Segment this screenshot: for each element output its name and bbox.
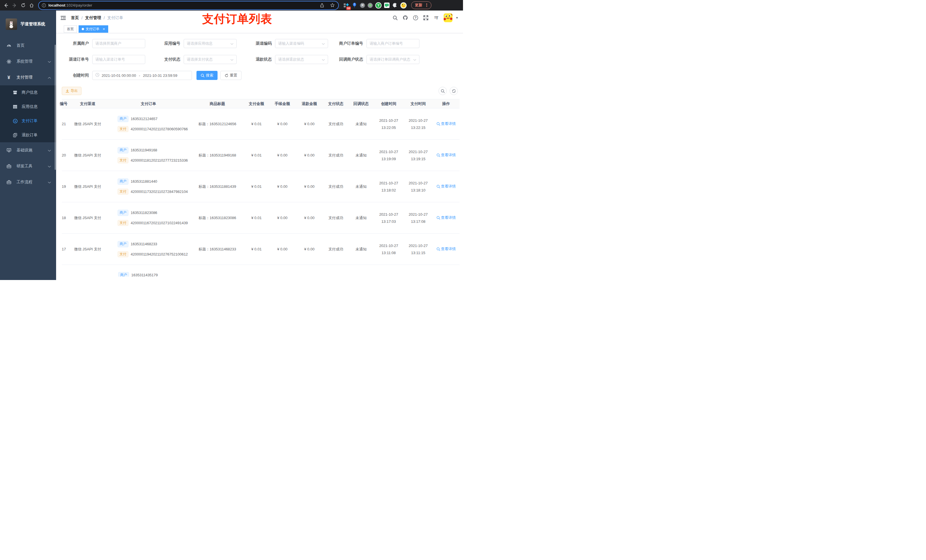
export-button[interactable]: 导出	[62, 87, 82, 95]
search-icon[interactable]	[392, 15, 398, 21]
pay-status-select[interactable]: 请选择支付状态	[184, 55, 237, 64]
breadcrumb-pay-mgmt[interactable]: 支付管理	[85, 15, 101, 21]
sidebar: 芋道管理系统 首页 系统管理 ¥ 支付管理	[0, 11, 56, 280]
app-select[interactable]: 请选择应用信息	[184, 39, 237, 48]
extensions-puzzle-icon[interactable]	[392, 3, 398, 8]
sidebar-scrollbar[interactable]	[54, 45, 56, 170]
sidebar-group-dev-tools[interactable]: 研发工具	[0, 158, 56, 174]
cell-create-time: 2021-10-27 13:11:08	[374, 244, 404, 255]
page-topbar: 首页 / 支付管理 / 支付订单 支付订单列表 ?	[56, 11, 463, 25]
tab-pay-order[interactable]: 支付订单 ✕	[79, 25, 108, 33]
reset-button[interactable]: 重置	[220, 71, 242, 80]
help-icon[interactable]: ?	[413, 15, 418, 21]
close-tab-icon[interactable]: ✕	[103, 27, 105, 31]
table-row-partial: 商户 1635311435179	[62, 265, 460, 276]
cell-order-id: 19	[62, 184, 69, 189]
browser-update-button[interactable]: 更新 ⋮	[411, 2, 431, 9]
extension-command-icon[interactable]: ⌘	[360, 3, 365, 8]
merchant-order-no: 1635311949168	[131, 148, 157, 152]
cell-notify-status: 未通知	[349, 184, 374, 189]
share-icon[interactable]	[319, 2, 325, 9]
github-icon[interactable]	[402, 15, 408, 21]
cell-pay-amount: ¥ 0.01	[244, 247, 269, 251]
view-detail-link[interactable]: 查看详情	[437, 215, 456, 220]
sidebar-item-label: 应用信息	[22, 104, 38, 109]
extension-dot-icon[interactable]	[368, 3, 373, 8]
app-logo-row[interactable]: 芋道管理系统	[0, 11, 56, 38]
channel-code-select[interactable]: 请输入渠道编码	[275, 39, 328, 48]
cell-pay-amount: ¥ 0.01	[244, 153, 269, 157]
cell-pay-order: 商户 1635311823086 支付 42000011672021102710…	[106, 210, 191, 226]
bookmark-star-icon[interactable]	[329, 2, 336, 9]
gear-icon	[6, 59, 11, 64]
refund-status-select[interactable]: 请选择退款状态	[275, 55, 328, 64]
sidebar-group-payment[interactable]: ¥ 支付管理	[0, 69, 56, 85]
forward-icon[interactable]	[11, 2, 18, 9]
cell-pay-order: 商户 1635311881440 支付 42000011732021102728…	[106, 178, 191, 195]
chevron-up-icon	[48, 75, 51, 80]
extension-diamond-icon[interactable]: 10	[343, 3, 349, 8]
refresh-icon[interactable]	[449, 87, 458, 95]
sidebar-item-label: 支付订单	[22, 118, 38, 124]
select-arrow-icon	[230, 41, 233, 46]
sidebar-item-label: 系统管理	[17, 59, 32, 64]
sidebar-item-merchant-info[interactable]: 商户信息	[0, 85, 56, 100]
site-info-icon[interactable]	[42, 3, 46, 8]
cell-pay-time: 2021-10-27 13:18:10	[404, 181, 433, 192]
date-range-input[interactable]: 2021-10-01 00:00:00 - 2021-10-31 23:59:5…	[92, 71, 192, 80]
sidebar-item-pay-order[interactable]: ¥ 支付订单	[0, 114, 56, 128]
cell-notify-status: 未通知	[349, 122, 374, 127]
notify-status-select[interactable]: 请选择订单回调商户状态	[366, 55, 419, 64]
sidebar-item-home[interactable]: 首页	[0, 38, 56, 53]
breadcrumb: 首页 / 支付管理 / 支付订单	[71, 15, 123, 21]
sidebar-group-workflow[interactable]: 工作流程	[0, 174, 56, 190]
cell-refund-amount: ¥ 0.00	[296, 122, 323, 126]
view-detail-link[interactable]: 查看详情	[437, 121, 456, 126]
search-button[interactable]: 搜索	[197, 71, 218, 80]
extension-chat-icon[interactable]	[384, 3, 390, 8]
channel-order-no-input[interactable]: 请输入渠道订单号	[92, 55, 145, 64]
sidebar-group-system[interactable]: 系统管理	[0, 53, 56, 69]
chevron-down-icon	[48, 148, 51, 152]
extension-y-icon[interactable]: Y	[375, 2, 381, 9]
font-size-icon[interactable]: TT	[433, 15, 439, 21]
table-row: 20 微信 JSAPI 支付 商户 1635311949168 支付 42000…	[62, 140, 460, 171]
merchant-tag: 商户	[118, 272, 129, 276]
sidebar-item-refund-order[interactable]: 退款订单	[0, 128, 56, 142]
merchant-order-no: 1635311881440	[131, 179, 157, 184]
filter-merchant-order-no: 商户订单编号 请输入商户订单编号	[337, 39, 419, 48]
home-icon[interactable]	[29, 2, 35, 9]
sidebar-group-infra[interactable]: 基础设施	[0, 142, 56, 158]
cell-pay-order: 商户 1635311468233 支付 42000011942021102767…	[106, 241, 191, 257]
address-bar[interactable]: localhost:1024/pay/order	[39, 2, 338, 9]
reload-icon[interactable]	[20, 2, 26, 9]
breadcrumb-home[interactable]: 首页	[71, 15, 79, 21]
cell-product-title: 标题：1635311949168	[191, 153, 244, 158]
view-detail-link[interactable]: 查看详情	[437, 246, 456, 252]
browser-menu-icon[interactable]: ⋮	[425, 4, 429, 6]
extension-emoji-icon[interactable]	[400, 2, 407, 9]
tab-home[interactable]: 首页	[64, 25, 77, 33]
cell-product-title: 标题：1635311468233	[191, 247, 244, 252]
toggle-search-icon[interactable]	[439, 87, 447, 95]
cell-refund-amount: ¥ 0.00	[296, 216, 323, 220]
view-detail-link[interactable]: 查看详情	[437, 152, 456, 158]
avatar[interactable]	[443, 14, 452, 22]
cell-actions: 查看详情	[433, 152, 460, 158]
filter-app: 应用编号 请选择应用信息	[154, 39, 237, 48]
avatar-caret-icon[interactable]: ▼	[455, 16, 458, 20]
cell-pay-amount: ¥ 0.01	[244, 122, 269, 126]
sidebar-item-label: 工作流程	[17, 180, 32, 185]
document-copy-icon	[12, 133, 18, 138]
extension-balloon-icon[interactable]	[352, 3, 357, 8]
sidebar-item-app-info[interactable]: 应用信息	[0, 100, 56, 114]
sidebar-fold-icon[interactable]	[60, 15, 67, 21]
cell-notify-status: 未通知	[349, 153, 374, 158]
fullscreen-icon[interactable]	[423, 15, 428, 21]
view-detail-link[interactable]: 查看详情	[437, 184, 456, 189]
cell-actions: 查看详情	[433, 215, 460, 220]
storefront-icon	[12, 90, 18, 95]
back-icon[interactable]	[3, 2, 9, 9]
merchant-order-no-input[interactable]: 请输入商户订单编号	[366, 39, 419, 48]
merchant-input[interactable]: 请选择所属商户	[92, 39, 145, 48]
